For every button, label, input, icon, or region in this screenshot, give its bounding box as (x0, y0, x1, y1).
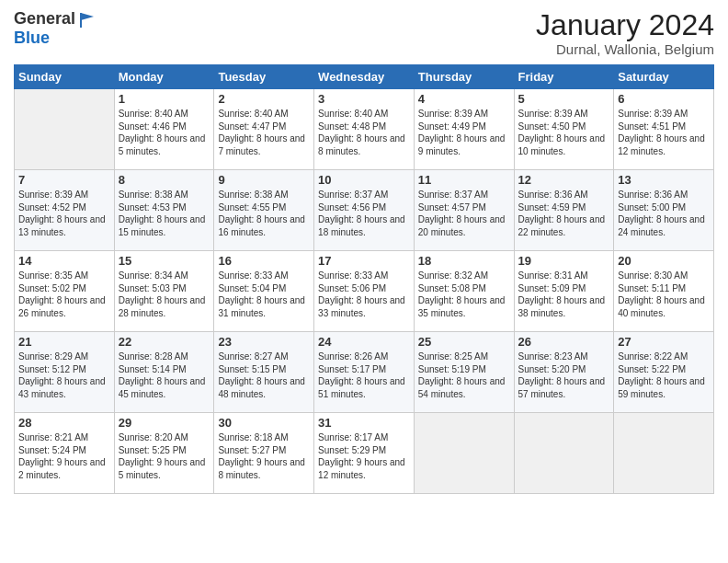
day-info: Sunrise: 8:40 AMSunset: 4:46 PMDaylight:… (119, 108, 210, 157)
day-info: Sunrise: 8:37 AMSunset: 4:56 PMDaylight:… (318, 189, 410, 238)
day-number: 27 (618, 335, 710, 349)
day-number: 24 (318, 335, 410, 349)
daylight-text: Daylight: 8 hours and 26 minutes. (18, 295, 106, 318)
day-info: Sunrise: 8:22 AMSunset: 5:22 PMDaylight:… (618, 350, 710, 400)
sunset-text: Sunset: 4:46 PM (119, 121, 187, 132)
calendar-cell (614, 413, 714, 494)
calendar-cell: 3Sunrise: 8:40 AMSunset: 4:48 PMDaylight… (314, 89, 415, 170)
sunset-text: Sunset: 4:59 PM (518, 202, 586, 213)
calendar-cell: 22Sunrise: 8:28 AMSunset: 5:14 PMDayligh… (114, 332, 214, 413)
logo-line1: General (14, 9, 97, 29)
day-number: 17 (318, 254, 410, 268)
calendar-week-row: 7Sunrise: 8:39 AMSunset: 4:52 PMDaylight… (15, 170, 714, 251)
col-header-thursday: Thursday (414, 65, 514, 89)
logo-text-block: General Blue (14, 9, 97, 48)
sunset-text: Sunset: 5:00 PM (618, 202, 686, 213)
sunset-text: Sunset: 4:48 PM (318, 121, 386, 132)
sunrise-text: Sunrise: 8:36 AM (518, 190, 588, 200)
calendar-cell: 27Sunrise: 8:22 AMSunset: 5:22 PMDayligh… (614, 332, 714, 413)
day-info: Sunrise: 8:17 AMSunset: 5:29 PMDaylight:… (318, 431, 410, 481)
day-number: 12 (518, 173, 610, 187)
sunrise-text: Sunrise: 8:23 AM (518, 351, 588, 362)
day-number: 3 (318, 92, 410, 106)
sunset-text: Sunset: 5:22 PM (618, 364, 686, 374)
calendar-cell: 14Sunrise: 8:35 AMSunset: 5:02 PMDayligh… (15, 251, 115, 332)
day-info: Sunrise: 8:39 AMSunset: 4:50 PMDaylight:… (518, 108, 610, 157)
sunset-text: Sunset: 4:52 PM (18, 202, 86, 213)
sunset-text: Sunset: 4:51 PM (618, 121, 686, 132)
day-info: Sunrise: 8:23 AMSunset: 5:20 PMDaylight:… (518, 350, 610, 400)
day-number: 23 (218, 335, 310, 349)
sunrise-text: Sunrise: 8:40 AM (218, 109, 288, 119)
day-number: 22 (119, 335, 210, 349)
day-number: 11 (418, 173, 510, 187)
day-info: Sunrise: 8:40 AMSunset: 4:47 PMDaylight:… (218, 108, 310, 157)
calendar-cell: 10Sunrise: 8:37 AMSunset: 4:56 PMDayligh… (314, 170, 415, 251)
sunrise-text: Sunrise: 8:33 AM (218, 270, 288, 281)
calendar-cell (514, 413, 614, 494)
day-info: Sunrise: 8:27 AMSunset: 5:15 PMDaylight:… (218, 350, 310, 400)
calendar-cell: 13Sunrise: 8:36 AMSunset: 5:00 PMDayligh… (614, 170, 714, 251)
calendar-cell: 18Sunrise: 8:32 AMSunset: 5:08 PMDayligh… (414, 251, 514, 332)
sunset-text: Sunset: 5:08 PM (418, 283, 486, 293)
day-number: 6 (618, 92, 710, 106)
sunset-text: Sunset: 5:11 PM (618, 283, 686, 293)
title-block: January 2024 Durnal, Wallonia, Belgium (536, 9, 714, 57)
daylight-text: Daylight: 8 hours and 18 minutes. (318, 214, 405, 237)
day-number: 14 (18, 254, 110, 268)
sunrise-text: Sunrise: 8:25 AM (418, 351, 488, 362)
sunset-text: Sunset: 5:25 PM (119, 445, 187, 455)
day-number: 29 (119, 416, 210, 430)
day-number: 9 (218, 173, 310, 187)
sunset-text: Sunset: 5:29 PM (318, 445, 386, 455)
sunset-text: Sunset: 5:06 PM (318, 283, 386, 293)
col-header-wednesday: Wednesday (314, 65, 415, 89)
daylight-text: Daylight: 9 hours and 12 minutes. (318, 457, 405, 480)
calendar-cell: 25Sunrise: 8:25 AMSunset: 5:19 PMDayligh… (414, 332, 514, 413)
logo-general: General (14, 10, 75, 29)
daylight-text: Daylight: 9 hours and 8 minutes. (218, 457, 305, 480)
calendar-cell: 31Sunrise: 8:17 AMSunset: 5:29 PMDayligh… (314, 413, 415, 494)
day-info: Sunrise: 8:20 AMSunset: 5:25 PMDaylight:… (119, 431, 210, 481)
sunset-text: Sunset: 5:03 PM (119, 283, 187, 293)
calendar-cell: 15Sunrise: 8:34 AMSunset: 5:03 PMDayligh… (114, 251, 214, 332)
calendar-cell: 19Sunrise: 8:31 AMSunset: 5:09 PMDayligh… (514, 251, 614, 332)
day-info: Sunrise: 8:39 AMSunset: 4:49 PMDaylight:… (418, 108, 510, 157)
daylight-text: Daylight: 8 hours and 57 minutes. (518, 376, 606, 399)
daylight-text: Daylight: 8 hours and 9 minutes. (418, 133, 506, 156)
sunrise-text: Sunrise: 8:39 AM (618, 109, 688, 119)
sunset-text: Sunset: 5:19 PM (418, 364, 486, 374)
day-number: 31 (318, 416, 410, 430)
sunrise-text: Sunrise: 8:17 AM (318, 432, 388, 442)
calendar-week-row: 28Sunrise: 8:21 AMSunset: 5:24 PMDayligh… (15, 413, 714, 494)
daylight-text: Daylight: 8 hours and 45 minutes. (119, 376, 206, 399)
daylight-text: Daylight: 8 hours and 13 minutes. (18, 214, 106, 237)
calendar-cell: 9Sunrise: 8:38 AMSunset: 4:55 PMDaylight… (214, 170, 314, 251)
sunset-text: Sunset: 4:49 PM (418, 121, 486, 132)
sunset-text: Sunset: 5:15 PM (218, 364, 286, 374)
daylight-text: Daylight: 9 hours and 5 minutes. (119, 457, 206, 480)
day-number: 20 (618, 254, 710, 268)
sunset-text: Sunset: 4:56 PM (318, 202, 386, 213)
location-title: Durnal, Wallonia, Belgium (536, 41, 714, 57)
sunrise-text: Sunrise: 8:18 AM (218, 432, 288, 442)
calendar-table: SundayMondayTuesdayWednesdayThursdayFrid… (14, 64, 714, 494)
daylight-text: Daylight: 8 hours and 20 minutes. (418, 214, 506, 237)
day-info: Sunrise: 8:33 AMSunset: 5:04 PMDaylight:… (218, 270, 310, 319)
daylight-text: Daylight: 8 hours and 28 minutes. (119, 295, 206, 318)
daylight-text: Daylight: 8 hours and 10 minutes. (518, 133, 606, 156)
calendar-cell: 28Sunrise: 8:21 AMSunset: 5:24 PMDayligh… (15, 413, 115, 494)
day-info: Sunrise: 8:36 AMSunset: 4:59 PMDaylight:… (518, 189, 610, 238)
sunrise-text: Sunrise: 8:39 AM (18, 190, 88, 200)
daylight-text: Daylight: 8 hours and 38 minutes. (518, 295, 606, 318)
day-info: Sunrise: 8:39 AMSunset: 4:52 PMDaylight:… (18, 189, 110, 238)
day-info: Sunrise: 8:40 AMSunset: 4:48 PMDaylight:… (318, 108, 410, 157)
day-info: Sunrise: 8:32 AMSunset: 5:08 PMDaylight:… (418, 270, 510, 319)
day-number: 18 (418, 254, 510, 268)
day-info: Sunrise: 8:30 AMSunset: 5:11 PMDaylight:… (618, 270, 710, 319)
day-info: Sunrise: 8:38 AMSunset: 4:55 PMDaylight:… (218, 189, 310, 238)
day-info: Sunrise: 8:18 AMSunset: 5:27 PMDaylight:… (218, 431, 310, 481)
sunset-text: Sunset: 5:09 PM (518, 283, 586, 293)
logo-line2: Blue (14, 29, 97, 48)
calendar-cell: 16Sunrise: 8:33 AMSunset: 5:04 PMDayligh… (214, 251, 314, 332)
